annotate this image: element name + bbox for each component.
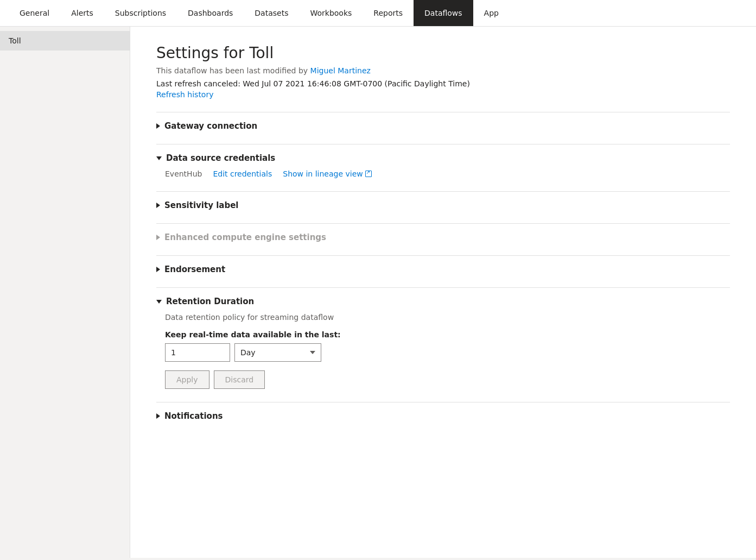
tab-dataflows[interactable]: Dataflows xyxy=(414,0,473,26)
compute-section: Enhanced compute engine settings xyxy=(156,223,730,242)
compute-chevron-right-icon xyxy=(156,235,160,240)
gateway-header[interactable]: Gateway connection xyxy=(156,121,730,131)
endorsement-section: Endorsement xyxy=(156,255,730,274)
top-navigation: General Alerts Subscriptions Dashboards … xyxy=(0,0,756,27)
lineage-view-label: Show in lineage view xyxy=(283,169,363,178)
tab-dashboards[interactable]: Dashboards xyxy=(177,0,244,26)
main-layout: Toll Settings for Toll This dataflow has… xyxy=(0,27,756,558)
sensitivity-chevron-right-icon xyxy=(156,203,160,208)
notifications-label: Notifications xyxy=(164,411,223,421)
retention-section: Retention Duration Data retention policy… xyxy=(156,287,730,389)
credentials-content: EventHub Edit credentials Show in lineag… xyxy=(156,169,730,178)
modified-prefix: This dataflow has been last modified by xyxy=(156,66,310,75)
tab-app[interactable]: App xyxy=(473,0,510,26)
refresh-history-link[interactable]: Refresh history xyxy=(156,90,213,99)
notifications-chevron-right-icon xyxy=(156,413,160,419)
gateway-section: Gateway connection xyxy=(156,112,730,131)
tab-subscriptions[interactable]: Subscriptions xyxy=(104,0,177,26)
retention-content: Data retention policy for streaming data… xyxy=(156,313,730,389)
retention-header[interactable]: Retention Duration xyxy=(156,297,730,306)
endorsement-chevron-right-icon xyxy=(156,267,160,272)
gateway-label: Gateway connection xyxy=(164,121,257,131)
endorsement-header[interactable]: Endorsement xyxy=(156,265,730,274)
retention-label: Retention Duration xyxy=(166,297,254,306)
credentials-label: Data source credentials xyxy=(166,153,275,163)
credentials-source: EventHub xyxy=(165,169,202,178)
notifications-section: Notifications xyxy=(156,402,730,421)
credentials-header[interactable]: Data source credentials xyxy=(156,153,730,163)
external-link-icon xyxy=(365,171,372,177)
retention-description: Data retention policy for streaming data… xyxy=(165,313,730,322)
modified-info: This dataflow has been last modified by … xyxy=(156,66,730,75)
sensitivity-section: Sensitivity label xyxy=(156,191,730,210)
credentials-section: Data source credentials EventHub Edit cr… xyxy=(156,144,730,178)
apply-button[interactable]: Apply xyxy=(165,370,209,389)
keep-label: Keep real-time data available in the las… xyxy=(165,330,730,339)
compute-header: Enhanced compute engine settings xyxy=(156,232,730,242)
discard-button[interactable]: Discard xyxy=(214,370,265,389)
gateway-chevron-right-icon xyxy=(156,123,160,129)
tab-general[interactable]: General xyxy=(9,0,60,26)
notifications-header[interactable]: Notifications xyxy=(156,411,730,421)
sensitivity-label: Sensitivity label xyxy=(164,200,238,210)
retention-chevron-down-icon xyxy=(156,300,162,304)
sensitivity-header[interactable]: Sensitivity label xyxy=(156,200,730,210)
tab-reports[interactable]: Reports xyxy=(363,0,414,26)
refresh-status: Last refresh canceled: Wed Jul 07 2021 1… xyxy=(156,79,730,88)
sidebar: Toll xyxy=(0,27,130,558)
modified-user-link[interactable]: Miguel Martinez xyxy=(310,66,371,75)
page-title: Settings for Toll xyxy=(156,44,730,62)
credentials-row: EventHub Edit credentials Show in lineag… xyxy=(165,169,730,178)
credentials-chevron-down-icon xyxy=(156,156,162,160)
sidebar-item-toll[interactable]: Toll xyxy=(0,31,130,51)
compute-label: Enhanced compute engine settings xyxy=(164,232,326,242)
tab-alerts[interactable]: Alerts xyxy=(60,0,104,26)
retention-unit-select[interactable]: Day Week Month xyxy=(234,343,321,362)
retention-number-input[interactable] xyxy=(165,343,230,362)
tab-workbooks[interactable]: Workbooks xyxy=(299,0,363,26)
tab-datasets[interactable]: Datasets xyxy=(244,0,299,26)
lineage-view-link[interactable]: Show in lineage view xyxy=(283,169,371,178)
endorsement-label: Endorsement xyxy=(164,265,225,274)
action-buttons: Apply Discard xyxy=(165,370,730,389)
retention-input-row: Day Week Month xyxy=(165,343,730,362)
edit-credentials-link[interactable]: Edit credentials xyxy=(213,169,272,178)
content-area: Settings for Toll This dataflow has been… xyxy=(130,27,756,558)
